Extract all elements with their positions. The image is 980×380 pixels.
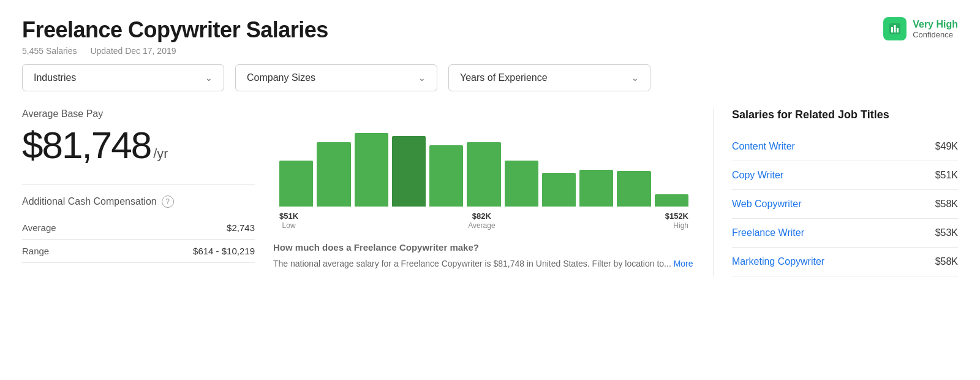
comp-range-label: Range — [22, 246, 49, 256]
related-jobs-title: Salaries for Related Job Titles — [732, 108, 958, 121]
bar — [617, 171, 650, 207]
chart-label-high: $152K High — [665, 211, 688, 230]
svg-rect-1 — [891, 27, 893, 32]
salary-display: $81,748 /yr — [22, 123, 255, 167]
related-job-item: Web Copywriter $58K — [732, 190, 958, 219]
description-answer: The national average salary for a Freela… — [273, 257, 695, 270]
comp-row-average: Average $2,743 — [22, 216, 255, 240]
related-job-name[interactable]: Copy Writer — [732, 170, 783, 181]
salaries-count: 5,455 Salaries — [22, 46, 77, 56]
related-job-name[interactable]: Web Copywriter — [732, 199, 802, 210]
confidence-text: Very High Confidence — [913, 19, 958, 39]
chevron-down-icon: ⌄ — [205, 73, 213, 83]
svg-rect-2 — [894, 25, 896, 32]
bar — [392, 136, 426, 207]
salary-period: /yr — [153, 146, 168, 162]
svg-rect-3 — [897, 28, 899, 32]
related-job-item: Marketing Copywriter $58K — [732, 248, 958, 276]
bar — [579, 170, 613, 207]
title-block: Freelance Copywriter Salaries 5,455 Sala… — [22, 17, 328, 56]
cash-comp-title: Additional Cash Compensation ? — [22, 196, 255, 208]
years-experience-label: Years of Experience — [460, 72, 548, 83]
company-sizes-dropdown[interactable]: Company Sizes ⌄ — [235, 64, 437, 91]
bar-chart — [273, 108, 695, 207]
related-job-salary: $53K — [935, 227, 958, 238]
updated-date: Updated Dec 17, 2019 — [90, 46, 176, 56]
page-title: Freelance Copywriter Salaries — [22, 17, 328, 43]
center-panel: $51K Low $82K Average $152K High How muc… — [255, 108, 713, 276]
chart-label-low: $51K Low — [279, 211, 298, 230]
confidence-badge: Very High Confidence — [883, 17, 958, 40]
confidence-icon — [883, 17, 907, 40]
bar — [355, 133, 388, 207]
salary-amount: $81,748 — [22, 123, 151, 167]
related-job-name[interactable]: Freelance Writer — [732, 227, 804, 238]
industries-dropdown[interactable]: Industries ⌄ — [22, 64, 224, 91]
left-panel: Average Base Pay $81,748 /yr Additional … — [22, 108, 255, 276]
related-job-salary: $49K — [935, 141, 958, 152]
bar — [317, 142, 350, 207]
comp-row-range: Range $614 - $10,219 — [22, 240, 255, 263]
company-sizes-label: Company Sizes — [247, 72, 315, 83]
related-job-salary: $58K — [935, 199, 958, 210]
confidence-level: Very High — [913, 19, 958, 30]
comp-average-value: $2,743 — [227, 222, 255, 233]
related-job-name[interactable]: Content Writer — [732, 141, 795, 152]
confidence-label: Confidence — [913, 30, 958, 39]
bar — [505, 161, 538, 207]
description-question: How much does a Freelance Copywriter mak… — [273, 242, 695, 253]
description-box: How much does a Freelance Copywriter mak… — [273, 242, 695, 270]
related-job-item: Freelance Writer $53K — [732, 219, 958, 248]
related-jobs-list: Content Writer $49K Copy Writer $51K Web… — [732, 132, 958, 276]
related-job-item: Copy Writer $51K — [732, 161, 958, 190]
bar — [542, 173, 576, 207]
chart-labels: $51K Low $82K Average $152K High — [273, 211, 695, 230]
bar — [279, 161, 313, 207]
chart-label-average: $82K Average — [468, 211, 495, 230]
filters-row: Industries ⌄ Company Sizes ⌄ Years of Ex… — [22, 64, 958, 91]
bar — [429, 145, 463, 207]
subtitle: 5,455 Salaries Updated Dec 17, 2019 — [22, 46, 328, 56]
help-icon[interactable]: ? — [162, 196, 174, 208]
bar — [467, 142, 500, 207]
bar — [655, 194, 688, 207]
chevron-down-icon: ⌄ — [418, 73, 426, 83]
more-link[interactable]: More — [674, 259, 693, 268]
related-job-item: Content Writer $49K — [732, 132, 958, 161]
comp-range-value: $614 - $10,219 — [193, 246, 255, 256]
industries-label: Industries — [34, 72, 76, 83]
right-panel: Salaries for Related Job Titles Content … — [713, 108, 958, 276]
related-job-salary: $51K — [935, 170, 958, 181]
cash-comp-section: Additional Cash Compensation ? Average $… — [22, 184, 255, 263]
related-job-name[interactable]: Marketing Copywriter — [732, 256, 824, 267]
comp-average-label: Average — [22, 222, 56, 233]
avg-base-label: Average Base Pay — [22, 108, 255, 120]
main-content: Average Base Pay $81,748 /yr Additional … — [22, 108, 958, 276]
years-experience-dropdown[interactable]: Years of Experience ⌄ — [448, 64, 650, 91]
related-job-salary: $58K — [935, 256, 958, 267]
chevron-down-icon: ⌄ — [631, 73, 639, 83]
